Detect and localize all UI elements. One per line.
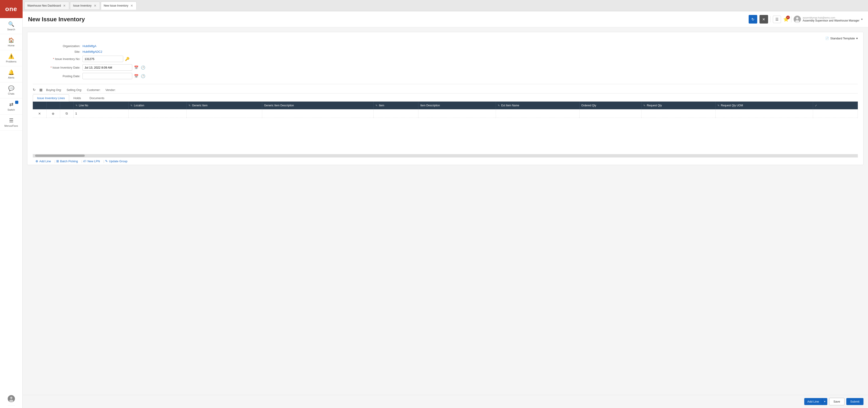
main-content: Warehouse Neo Dashboard ✕ Issue Inventor…: [23, 0, 868, 408]
search-icon: 🔍: [8, 21, 14, 27]
tab-new-issue-inventory[interactable]: New Issue Inventory ✕: [101, 2, 137, 10]
site-label: Site:: [33, 50, 83, 53]
col-request-qty: ✎ Request Qty: [642, 101, 715, 109]
user-dropdown-arrow[interactable]: ▾: [861, 18, 863, 21]
calendar-icon-button[interactable]: 📅: [133, 65, 139, 70]
row-generic-item-cell[interactable]: [187, 109, 262, 118]
sidebar-item-menus[interactable]: ☰ Menus/Favs: [0, 115, 22, 130]
tab-label: Issue Inventory: [73, 4, 91, 7]
close-page-button[interactable]: ✕: [760, 15, 768, 24]
tab-close-dashboard[interactable]: ✕: [63, 4, 66, 7]
tab-issue-inventory[interactable]: Issue Inventory ✕: [70, 2, 100, 10]
page-title: New Issue Inventory: [28, 16, 85, 23]
sidebar-item-user-avatar[interactable]: [8, 392, 15, 406]
customer-label: Customer:: [87, 88, 101, 92]
col-location: ✎ Location: [129, 101, 187, 109]
grid-view-icon[interactable]: ▦: [39, 88, 42, 92]
issue-inventory-date-input[interactable]: [83, 64, 132, 70]
posting-date-input[interactable]: [83, 73, 132, 79]
sidebar-item-switch[interactable]: ⇄ Switch: [0, 98, 22, 115]
edit-icon: ✎: [498, 104, 500, 107]
site-value: Hub6MfgADC2: [83, 50, 102, 53]
submit-button[interactable]: Submit: [846, 398, 864, 405]
content-area: 📄 Standard Template ▾ Organization: Hub6…: [23, 27, 868, 395]
warning-icon: ⚠️: [8, 53, 14, 59]
col-line-no: ✎ Line No: [73, 101, 129, 109]
sidebar-item-label: Alerts: [8, 76, 14, 79]
user-email: assemblymgr.hub@wms.com: [803, 16, 860, 19]
update-group-button[interactable]: ✎ Update Group: [105, 159, 130, 163]
site-link[interactable]: Hub6MfgADC2: [83, 50, 102, 53]
row-item-cell[interactable]: [374, 109, 418, 118]
table-header-row: ✎ Line No ✎ Location ✎ Generic Item: [33, 101, 858, 109]
row-delete-button[interactable]: ✕: [38, 111, 41, 116]
row-ext-item-name-cell[interactable]: [496, 109, 579, 118]
site-row: Site: Hub6MfgADC2: [33, 49, 858, 55]
buying-org-field: Buying Org:: [46, 88, 63, 92]
row-item-description-cell: [418, 109, 496, 118]
tab-bar: Warehouse Neo Dashboard ✕ Issue Inventor…: [23, 0, 868, 11]
posting-time-icon-button[interactable]: 🕐: [141, 74, 146, 78]
menu-icon: ☰: [9, 118, 13, 123]
key-icon-button[interactable]: 🔑: [125, 57, 130, 61]
row-generic-item-desc-cell: [262, 109, 374, 118]
row-copy-button[interactable]: ⧉: [65, 111, 68, 116]
tab-close-issue-inventory[interactable]: ✕: [93, 4, 97, 7]
add-line-bottom-button[interactable]: ⊕ Add Line: [35, 159, 54, 163]
add-icon: ⊕: [35, 159, 38, 163]
svg-point-2: [9, 400, 13, 402]
sub-tabs: Issue Inventory Lines Holds Documents: [33, 94, 858, 101]
sidebar-item-alerts[interactable]: 🔔 Alerts: [0, 66, 22, 82]
tab-dashboard[interactable]: Warehouse Neo Dashboard ✕: [24, 2, 69, 10]
batch-picking-button[interactable]: ⊞ Batch Picking: [56, 159, 81, 163]
form-fields: Organization: Hub6MfgA Site: Hub6MfgADC2…: [33, 43, 858, 80]
add-line-dropdown-button[interactable]: ▾: [822, 398, 827, 405]
save-button[interactable]: Save: [829, 398, 844, 405]
switch-icon: ⇄: [9, 101, 13, 108]
tab-documents[interactable]: Documents: [85, 94, 109, 101]
user-area[interactable]: assemblymgr.hub@wms.com Assembly Supervi…: [794, 16, 863, 23]
sidebar-item-chats[interactable]: 💬 Chats: [0, 82, 22, 98]
tab-close-new-issue-inventory[interactable]: ✕: [130, 4, 133, 7]
app-logo: one: [0, 0, 23, 18]
edit-icon: ✎: [75, 104, 78, 107]
row-location-cell[interactable]: [129, 109, 187, 118]
posting-date-value: 📅 🕐: [83, 73, 146, 79]
notification-bell[interactable]: ⭐ ✓: [783, 17, 789, 22]
sidebar-item-search[interactable]: 🔍 Search: [0, 18, 22, 34]
selling-org-field: Selling Org:: [67, 88, 84, 92]
sidebar-item-home[interactable]: 🏠 Home: [0, 34, 22, 50]
avatar: [8, 395, 15, 402]
row-add-button[interactable]: ⊕: [51, 111, 55, 116]
sidebar-item-problems[interactable]: ⚠️ Problems: [0, 50, 22, 66]
svg-point-5: [795, 20, 799, 23]
col-item: ✎ Item: [374, 101, 418, 109]
notification-badge: ✓: [786, 16, 790, 19]
organization-link[interactable]: Hub6MfgA: [83, 45, 96, 48]
row-request-qty-uom-cell[interactable]: [715, 109, 813, 118]
edit-icon: ✎: [130, 104, 132, 107]
tab-issue-inventory-lines[interactable]: Issue Inventory Lines: [33, 94, 69, 101]
menu-button[interactable]: ☰: [773, 16, 781, 23]
new-lpn-button[interactable]: 🏷 New LPN: [83, 159, 103, 163]
time-icon-button[interactable]: 🕐: [141, 65, 146, 70]
page-header: New Issue Inventory ↻ ✕ ☰ ⭐ ✓ assemblymg…: [23, 11, 868, 27]
horizontal-scrollbar[interactable]: [33, 154, 858, 157]
user-avatar: [794, 16, 801, 23]
row-request-qty-cell[interactable]: [642, 109, 715, 118]
template-dropdown-arrow[interactable]: ▾: [856, 37, 858, 40]
user-role: Assembly Supervisor and Warehouse Manage…: [803, 19, 860, 22]
posting-calendar-icon-button[interactable]: 📅: [133, 74, 139, 78]
issue-inventory-no-input[interactable]: [83, 56, 123, 62]
add-line-footer-button[interactable]: Add Line: [804, 398, 822, 405]
scrollbar-thumb[interactable]: [35, 154, 85, 157]
col-copy: [60, 101, 73, 109]
selling-org-label: Selling Org:: [67, 88, 82, 92]
refresh-button[interactable]: ↻: [749, 15, 757, 24]
grid-refresh-icon[interactable]: ↻: [33, 88, 36, 92]
sidebar-item-label: Chats: [8, 92, 14, 95]
separator: |: [103, 159, 104, 163]
row-more-cell: [813, 109, 858, 118]
tab-holds[interactable]: Holds: [69, 94, 85, 101]
batch-picking-icon: ⊞: [56, 159, 59, 163]
